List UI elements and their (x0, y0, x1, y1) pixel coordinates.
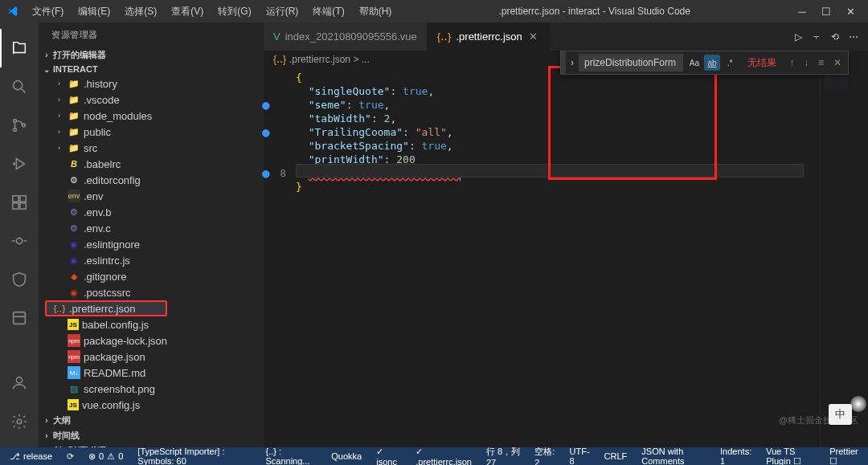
find-selection-icon[interactable]: ≡ (815, 55, 827, 70)
regex-icon[interactable]: .* (722, 55, 738, 71)
close-icon[interactable]: ✕ (830, 55, 845, 70)
file-editorconfig[interactable]: ⚙ .editorconfig (39, 172, 264, 188)
activity-extensions[interactable] (0, 183, 39, 222)
section-project[interactable]: ⌄ INTERACT (39, 63, 264, 75)
activity-account[interactable] (0, 364, 39, 402)
activity-scm[interactable] (0, 106, 39, 145)
find-next-icon[interactable]: ↓ (800, 55, 812, 70)
status-indent[interactable]: 空格: 2 (531, 446, 558, 466)
file-env[interactable]: env .env (39, 188, 264, 204)
npm-icon: npm (68, 334, 80, 347)
file-screenshot[interactable]: ▨ screenshot.png (39, 381, 264, 397)
file-prettierrc[interactable]: {‥} .prettierrc.json (45, 300, 167, 316)
menu-go[interactable]: 转到(G) (211, 2, 257, 22)
item-label: src (84, 142, 97, 154)
svg-point-11 (17, 419, 22, 424)
file-envb[interactable]: ⚙ .env.b (39, 204, 264, 220)
more-icon[interactable]: ⋯ (849, 31, 858, 43)
status-prettierrc[interactable]: ✓ .prettierrc.json (412, 447, 475, 466)
babel-icon: B (68, 157, 80, 170)
menu-run[interactable]: 运行(R) (260, 2, 305, 22)
status-indents[interactable]: Indents: 1 (717, 446, 755, 466)
split-icon[interactable]: ⫟ (812, 31, 821, 43)
menu-edit[interactable]: 编辑(E) (72, 2, 117, 22)
activity-search[interactable] (0, 67, 39, 106)
folder-src[interactable]: › 📁 src (39, 140, 264, 156)
status-tsimporter[interactable]: [TypeScript Importer] : Symbols: 60 (134, 447, 254, 465)
status-cursor[interactable]: 行 8，列 27 (483, 446, 523, 466)
svg-rect-5 (13, 196, 18, 202)
chevron-right-icon[interactable]: › (566, 57, 579, 68)
status-sync[interactable]: ⟳ (63, 451, 77, 462)
close-button[interactable]: ✕ (839, 0, 862, 22)
status-scanning[interactable]: {..} : Scanning... (262, 447, 320, 465)
section-open-editors[interactable]: › 打开的编辑器 (39, 47, 264, 63)
breadcrumb-text: .prettierrc.json > ... (289, 54, 370, 65)
chevron-right-icon: › (58, 144, 68, 152)
status-quokka[interactable]: Quokka (328, 451, 365, 461)
file-package[interactable]: npm package.json (39, 349, 264, 365)
svg-rect-9 (14, 312, 26, 324)
status-encoding[interactable]: UTF-8 (567, 446, 593, 466)
status-prettier[interactable]: Prettier ☐ (826, 446, 862, 466)
minimap[interactable] (820, 68, 868, 447)
folder-node-modules[interactable]: › 📁 node_modules (39, 108, 264, 124)
activity-settings[interactable] (0, 402, 39, 441)
file-readme[interactable]: M↓ README.md (39, 365, 264, 381)
status-vuets[interactable]: Vue TS Plugin ☐ (763, 446, 818, 466)
folder-vscode[interactable]: › 📁 .vscode (39, 92, 264, 108)
file-gitignore[interactable]: ◆ .gitignore (39, 268, 264, 284)
chevron-right-icon: › (58, 80, 68, 88)
menu-file[interactable]: 文件(F) (26, 2, 70, 22)
branch-icon: ⎇ (10, 451, 20, 462)
status-branch[interactable]: ⎇ release (6, 451, 55, 462)
file-envc[interactable]: ⚙ .env.c (39, 220, 264, 236)
file-packagelock[interactable]: npm package-lock.json (39, 332, 264, 349)
maximize-button[interactable]: ☐ (815, 0, 837, 22)
menu-view[interactable]: 查看(V) (165, 2, 210, 22)
status-eol[interactable]: CRLF (601, 446, 631, 466)
tab-index-vue[interactable]: V index_20210809095556.vue (264, 22, 428, 51)
item-label: .prettierrc.json (69, 303, 135, 315)
file-eslintignore[interactable]: ◉ .eslintignore (39, 236, 264, 252)
status-problems[interactable]: ⊗0 ⚠0 (85, 451, 126, 462)
find-prev-icon[interactable]: ↑ (786, 55, 797, 70)
activity-extra3[interactable] (0, 299, 39, 337)
status-jsonc[interactable]: ✓ jsonc (373, 447, 404, 466)
menu-terminal[interactable]: 终端(T) (306, 2, 350, 22)
vscode-logo-icon (6, 5, 19, 18)
menu-help[interactable]: 帮助(H) (353, 2, 399, 22)
file-babelrc[interactable]: B .babelrc (39, 156, 264, 172)
activity-extra2[interactable] (0, 260, 39, 299)
match-case-icon[interactable]: Aa (686, 55, 702, 71)
folder-public[interactable]: › 📁 public (39, 124, 264, 140)
folder-icon: 📁 (68, 141, 80, 154)
activity-extra1[interactable] (0, 222, 39, 260)
find-input[interactable] (579, 54, 683, 71)
item-label: .eslintignore (84, 239, 140, 251)
folder-history[interactable]: › 📁 .history (39, 75, 264, 92)
tab-prettierrc[interactable]: {‥} .prettierrc.json ✕ (428, 22, 550, 51)
activity-debug[interactable] (0, 145, 39, 183)
whole-word-icon[interactable]: ab (704, 55, 720, 71)
code-editor[interactable]: ● ● ●8 { "singleQuote": true, "seme": tr… (264, 68, 868, 447)
minimize-button[interactable]: ─ (791, 0, 813, 22)
close-icon[interactable]: ✕ (527, 29, 539, 44)
item-label: package-lock.json (84, 335, 167, 347)
activity-explorer[interactable] (0, 29, 39, 67)
file-postcssrc[interactable]: ◉ .postcssrc (39, 284, 264, 300)
item-label: .history (84, 78, 117, 90)
file-eslintrc[interactable]: ◉ .eslintrc.js (39, 252, 264, 268)
code-content[interactable]: { "singleQuote": true, "seme": true, "ta… (296, 68, 820, 447)
project-name: INTERACT (53, 64, 98, 74)
current-line-highlight (296, 164, 804, 177)
file-babelconfig[interactable]: JS babel.config.js (39, 316, 264, 332)
status-lang[interactable]: JSON with Comments (638, 446, 709, 466)
diff-icon[interactable]: ⟲ (831, 31, 839, 43)
menu-selection[interactable]: 选择(S) (118, 2, 163, 22)
file-vueconfig[interactable]: JS vue.config.js (39, 397, 264, 413)
section-timeline[interactable]: › 时间线 (39, 428, 264, 443)
run-icon[interactable]: ▷ (795, 31, 802, 43)
section-outline[interactable]: › 大纲 (39, 413, 264, 428)
line-gutter: ● ● ●8 (264, 68, 296, 447)
